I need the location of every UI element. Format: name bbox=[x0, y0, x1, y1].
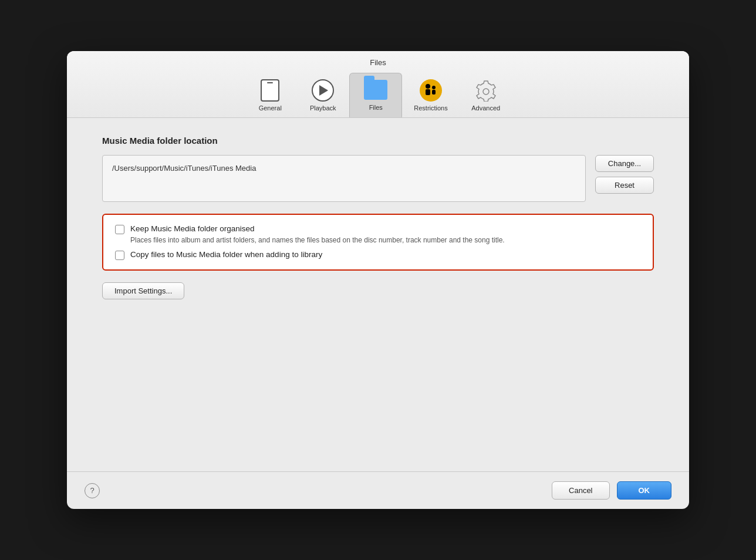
keep-organised-label-group: Keep Music Media folder organised Places… bbox=[130, 224, 505, 245]
keep-organised-label: Keep Music Media folder organised bbox=[130, 224, 505, 233]
copy-files-row: Copy files to Music Media folder when ad… bbox=[115, 250, 641, 260]
svg-rect-3 bbox=[432, 90, 436, 95]
gear-icon bbox=[475, 79, 497, 102]
help-button[interactable]: ? bbox=[85, 483, 100, 498]
copy-files-label: Copy files to Music Media folder when ad… bbox=[130, 250, 322, 259]
change-button[interactable]: Change... bbox=[595, 155, 654, 172]
files-tab-icon bbox=[364, 78, 387, 102]
svg-rect-1 bbox=[426, 89, 430, 95]
play-triangle bbox=[319, 85, 328, 96]
copy-files-label-group: Copy files to Music Media folder when ad… bbox=[130, 250, 322, 259]
checkbox-section: Keep Music Media folder organised Places… bbox=[102, 214, 654, 271]
restrictions-icon bbox=[420, 79, 442, 102]
tab-restrictions-label: Restrictions bbox=[414, 104, 447, 112]
folder-buttons: Change... Reset bbox=[595, 155, 654, 194]
play-icon bbox=[312, 79, 334, 102]
folder-path-row: /Users/support/Music/iTunes/iTunes Media… bbox=[102, 155, 654, 202]
keep-organised-description: Places files into album and artist folde… bbox=[130, 235, 505, 245]
dialog-title: Files bbox=[370, 58, 386, 67]
phone-icon bbox=[261, 79, 279, 102]
folder-path-box: /Users/support/Music/iTunes/iTunes Media bbox=[102, 155, 586, 202]
advanced-tab-icon bbox=[474, 79, 498, 102]
copy-files-checkbox[interactable] bbox=[115, 251, 124, 260]
bottom-actions: Cancel OK bbox=[552, 481, 671, 500]
import-button-row: Import Settings... bbox=[102, 282, 654, 299]
ok-button[interactable]: OK bbox=[617, 481, 672, 500]
person-family-svg bbox=[422, 82, 440, 99]
svg-point-4 bbox=[483, 89, 489, 95]
svg-point-2 bbox=[432, 86, 436, 89]
folder-location-area: /Users/support/Music/iTunes/iTunes Media… bbox=[102, 155, 654, 202]
tab-restrictions[interactable]: Restrictions bbox=[402, 74, 459, 117]
tab-advanced-label: Advanced bbox=[471, 104, 500, 112]
tab-advanced[interactable]: Advanced bbox=[460, 74, 512, 117]
gear-svg bbox=[475, 79, 497, 102]
folder-path-text: /Users/support/Music/iTunes/iTunes Media bbox=[112, 164, 256, 173]
title-bar: Files General Playback bbox=[67, 51, 689, 118]
keep-organised-row: Keep Music Media folder organised Places… bbox=[115, 224, 641, 245]
folder-icon bbox=[364, 80, 387, 100]
restrictions-tab-icon bbox=[419, 79, 443, 102]
cancel-button[interactable]: Cancel bbox=[552, 481, 609, 500]
keep-organised-checkbox[interactable] bbox=[115, 225, 124, 234]
main-content: Music Media folder location /Users/suppo… bbox=[67, 118, 689, 471]
bottom-bar: ? Cancel OK bbox=[67, 471, 689, 509]
tab-bar: General Playback Files bbox=[244, 73, 512, 117]
tab-files-label: Files bbox=[369, 104, 383, 111]
general-tab-icon bbox=[258, 79, 282, 102]
tab-general[interactable]: General bbox=[244, 74, 296, 117]
tab-general-label: General bbox=[259, 104, 282, 112]
reset-button[interactable]: Reset bbox=[595, 177, 654, 194]
playback-tab-icon bbox=[311, 79, 335, 102]
svg-point-0 bbox=[426, 84, 430, 89]
import-settings-button[interactable]: Import Settings... bbox=[102, 282, 184, 299]
preferences-dialog: Files General Playback bbox=[67, 51, 689, 509]
tab-playback[interactable]: Playback bbox=[296, 74, 349, 117]
section-title: Music Media folder location bbox=[102, 136, 654, 146]
tab-playback-label: Playback bbox=[310, 104, 336, 112]
tab-files[interactable]: Files bbox=[349, 73, 402, 117]
